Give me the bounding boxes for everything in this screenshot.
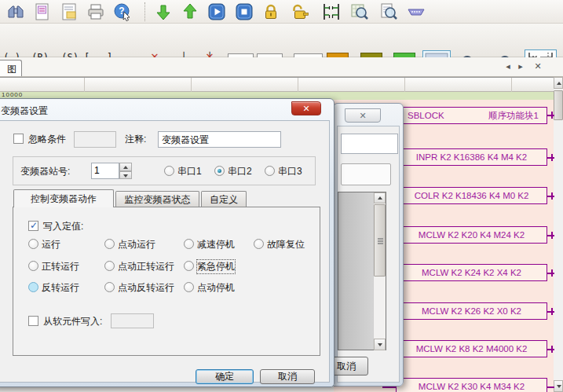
scroll-up-button[interactable] bbox=[554, 77, 563, 89]
ladder-block[interactable]: MCLW K2 K20 K4 M24 K2 bbox=[396, 226, 547, 244]
ladder-document-tab[interactable]: 图 bbox=[0, 60, 22, 77]
main-vertical-scrollbar[interactable] bbox=[554, 77, 563, 392]
action-run-label: 运行 bbox=[42, 238, 60, 251]
column-separator bbox=[404, 78, 405, 92]
down-arrow-icon bbox=[557, 385, 561, 388]
tab-close-icon[interactable]: ✕ bbox=[532, 61, 543, 71]
help-icon[interactable]: ? bbox=[113, 2, 132, 21]
action-jog-fwd-run-radio[interactable] bbox=[104, 261, 115, 271]
ladder-block[interactable]: COLR K2 K18436 K4 M0 K2 bbox=[396, 187, 547, 204]
background-dialog: ✕ 取消 bbox=[333, 103, 404, 387]
right-rail-tick bbox=[551, 154, 553, 161]
thumb-grip bbox=[378, 238, 383, 240]
ladder-block[interactable]: INPR K2 K16386 K4 M4 K2 bbox=[396, 148, 547, 166]
right-rail-tick bbox=[551, 346, 553, 353]
lock-icon[interactable] bbox=[261, 2, 280, 21]
ok-button[interactable]: 确定 bbox=[196, 369, 254, 384]
ladder-block-sblock[interactable]: SBLOCK 顺序功能块1 bbox=[396, 107, 547, 124]
zoom-grid-search-icon[interactable] bbox=[350, 2, 369, 21]
up-arrow-icon bbox=[123, 166, 128, 169]
action-decel-stop-label: 减速停机 bbox=[197, 238, 235, 251]
cancel-button[interactable]: 取消 bbox=[260, 369, 315, 384]
up-arrow-icon bbox=[557, 82, 561, 85]
port2-radio[interactable] bbox=[214, 166, 225, 176]
port3-label: 串口3 bbox=[278, 165, 302, 178]
unlock-icon[interactable] bbox=[291, 2, 309, 21]
ladder-column-header bbox=[0, 77, 554, 92]
comment-label: 注释: bbox=[125, 133, 146, 146]
ladder-toolbar: -( )- F7 -(R)- sF8 -(S)- sF7 [ ] F8 ——— … bbox=[0, 24, 563, 57]
spinner-down-button[interactable] bbox=[119, 171, 132, 180]
write-value-checkbox[interactable] bbox=[28, 221, 38, 231]
background-dialog-close-button[interactable]: ✕ bbox=[345, 108, 381, 123]
dialog-close-button[interactable]: ✕ bbox=[291, 101, 321, 115]
write-from-device-field[interactable] bbox=[111, 313, 154, 328]
action-rev-run-radio[interactable] bbox=[28, 282, 38, 292]
upload-from-plc-icon[interactable] bbox=[181, 2, 199, 21]
up-arrow-icon bbox=[378, 196, 382, 200]
port1-radio[interactable] bbox=[164, 166, 174, 176]
action-jog-rev-run-radio[interactable] bbox=[104, 282, 115, 292]
tab-next-icon[interactable]: ▸ bbox=[515, 61, 526, 71]
comment-input[interactable]: 变频器设置 bbox=[158, 131, 281, 148]
download-to-plc-icon[interactable] bbox=[154, 2, 173, 21]
inverter-settings-dialog: 变频器设置 ✕ 忽略条件 注释: 变频器设置 变频器站号: 1 串口1 串口2 … bbox=[0, 98, 335, 387]
action-emergency-stop-label: 紧急停机 bbox=[197, 260, 235, 273]
serial-port-icon[interactable] bbox=[407, 2, 426, 21]
down-arrow-icon bbox=[123, 174, 128, 178]
ignore-condition-field[interactable] bbox=[74, 131, 116, 148]
action-jog-run-radio[interactable] bbox=[104, 239, 115, 249]
ladder-block[interactable]: MCLW K2 K24 K2 X4 K2 bbox=[396, 264, 547, 281]
ladder-block[interactable]: MCLW K2 K8 K2 M4000 K2 bbox=[396, 340, 547, 357]
action-jog-fwd-run-label: 点动正转运行 bbox=[118, 260, 174, 273]
write-from-device-checkbox[interactable] bbox=[28, 316, 38, 326]
port3-radio[interactable] bbox=[265, 166, 275, 176]
tab-monitor-inverter[interactable]: 监控变频器状态 bbox=[115, 191, 199, 207]
background-dialog-listbox[interactable] bbox=[338, 192, 386, 350]
document-tabbar: 图 ◂ ▸ ✕ bbox=[0, 57, 563, 77]
background-dialog-field[interactable] bbox=[341, 134, 398, 154]
ignore-condition-checkbox[interactable] bbox=[13, 134, 24, 144]
column-separator bbox=[191, 78, 192, 92]
print-icon[interactable] bbox=[86, 2, 105, 21]
station-spinner[interactable]: 1 bbox=[91, 163, 132, 179]
network-label: 10000 bbox=[2, 91, 23, 98]
listbox-scroll-down[interactable] bbox=[374, 339, 386, 350]
binoculars-search-icon[interactable] bbox=[6, 2, 25, 21]
action-fault-reset-radio[interactable] bbox=[254, 239, 264, 249]
run-plc-icon[interactable] bbox=[207, 2, 226, 21]
program-report-icon[interactable] bbox=[60, 2, 79, 21]
action-fwd-run-radio[interactable] bbox=[28, 261, 38, 271]
action-emergency-stop-radio[interactable] bbox=[184, 261, 194, 271]
spinner-up-button[interactable] bbox=[119, 163, 132, 171]
background-dialog-panel bbox=[341, 163, 391, 185]
convert-document-icon[interactable] bbox=[33, 2, 52, 21]
right-rail-tick bbox=[551, 308, 553, 315]
action-jog-stop-radio[interactable] bbox=[184, 282, 194, 292]
action-decel-stop-radio[interactable] bbox=[184, 239, 194, 249]
listbox-scroll-thumb[interactable] bbox=[374, 204, 386, 277]
tab-prev-icon[interactable]: ◂ bbox=[503, 61, 514, 71]
tab-control-inverter[interactable]: 控制变频器动作 bbox=[13, 189, 114, 207]
station-value[interactable]: 1 bbox=[91, 163, 119, 179]
scroll-down-button[interactable] bbox=[554, 380, 563, 392]
action-run-radio[interactable] bbox=[28, 239, 38, 249]
stop-plc-icon[interactable] bbox=[235, 2, 254, 21]
port1-label: 串口1 bbox=[177, 165, 202, 178]
right-rail-tick bbox=[551, 192, 553, 200]
ignore-condition-label: 忽略条件 bbox=[28, 133, 66, 146]
scroll-thumb[interactable] bbox=[554, 90, 563, 120]
ladder-block[interactable]: MCLW K2 K26 K2 X0 K2 bbox=[396, 302, 547, 320]
document-search-icon[interactable] bbox=[379, 2, 398, 21]
right-rail-tick bbox=[551, 269, 553, 277]
listbox-scroll-up[interactable] bbox=[374, 192, 386, 203]
ladder-block[interactable]: MCLW K2 K30 K4 M34 K2 bbox=[396, 378, 547, 392]
main-toolbar: ? bbox=[0, 0, 563, 24]
column-separator bbox=[511, 78, 512, 92]
column-separator bbox=[84, 78, 85, 92]
ladder-monitor-icon[interactable] bbox=[322, 2, 341, 21]
tab-custom[interactable]: 自定义 bbox=[201, 191, 247, 207]
toolbar-separator bbox=[144, 2, 145, 21]
dialog-title: 变频器设置 bbox=[1, 104, 48, 118]
listbox-scrollbar[interactable] bbox=[373, 192, 386, 350]
